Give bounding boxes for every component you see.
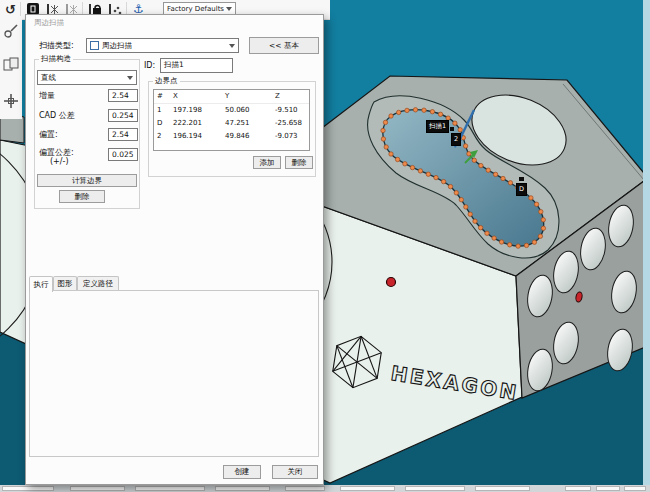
add-point-button[interactable]: 添加 [253, 156, 281, 169]
id-field[interactable]: 扫描1 [160, 58, 233, 73]
right-scroll-strip[interactable] [643, 0, 650, 485]
construct-delete-button[interactable]: 删除 [59, 190, 105, 203]
construct-method-dropdown[interactable]: 直线 [37, 70, 137, 85]
tab-graphics[interactable]: 图形 [53, 276, 77, 291]
red-marker-front [387, 278, 396, 287]
side-toolbar [0, 19, 22, 119]
basic-toggle-button[interactable]: << 基本 [249, 37, 319, 54]
scan-point-marker-d [519, 177, 524, 181]
offset-field[interactable]: 2.54 [108, 128, 138, 141]
cad-tolerance-label: CAD 公差 [39, 112, 75, 121]
cell: -9.510 [272, 104, 309, 117]
scan-type-value: 周边扫描 [102, 41, 132, 51]
calc-boundary-button[interactable]: 计算边界 [37, 174, 137, 187]
cell: D [154, 117, 170, 130]
offset-tolerance-sublabel: (+/-) [50, 158, 69, 167]
col-header: X [170, 90, 222, 103]
preset-dropdown-value: Factory Defaults [167, 5, 224, 13]
col-header: # [154, 90, 170, 103]
chevron-down-icon [226, 7, 232, 11]
cell: 222.201 [170, 117, 222, 130]
boundary-points-table: # X Y Z 1 197.198 50.060 -9.510 D 222.20… [153, 89, 310, 151]
tab-panel [29, 290, 319, 457]
scan-point-marker-1 [450, 127, 454, 131]
chevron-down-icon [229, 44, 235, 48]
dialog-title: 周边扫描 [34, 18, 64, 28]
chevron-down-icon [127, 76, 133, 80]
delete-point-button[interactable]: 删除 [285, 156, 313, 169]
scan-id-flag: 扫描1 [426, 120, 449, 133]
move-crosshair-icon[interactable] [2, 92, 20, 110]
increment-label: 增量 [39, 92, 55, 101]
cell: -25.658 [272, 117, 309, 130]
table-row[interactable]: 2 196.194 49.846 -9.073 [154, 130, 309, 143]
panes-icon[interactable] [2, 56, 20, 74]
boundary-points-title: 边界点 [153, 76, 180, 86]
construct-method-value: 直线 [41, 73, 56, 83]
table-header-row: # X Y Z [154, 90, 309, 104]
cell: 50.060 [222, 104, 272, 117]
scan-construct-title: 扫描构造 [39, 54, 73, 64]
increment-field[interactable]: 2.54 [108, 89, 138, 102]
cell: 1 [154, 104, 170, 117]
create-button[interactable]: 创建 [223, 465, 261, 479]
undo-icon[interactable] [2, 1, 19, 17]
scan-type-dropdown[interactable]: 周边扫描 [86, 38, 239, 53]
cell: 196.194 [170, 130, 222, 143]
app-window: HEXAGON 扫描1 2 D [0, 0, 650, 492]
status-bar [0, 485, 650, 492]
perimeter-scan-dialog: 周边扫描 扫描类型: 周边扫描 << 基本 扫描构造 直线 增量 2.54 CA… [25, 14, 324, 485]
cad-tolerance-field[interactable]: 0.254 [108, 109, 138, 122]
cell: -9.073 [272, 130, 309, 143]
offset-tolerance-field[interactable]: 0.025 [108, 148, 138, 161]
tab-execute[interactable]: 执行 [29, 276, 53, 292]
table-row[interactable]: 1 197.198 50.060 -9.510 [154, 104, 309, 117]
table-row[interactable]: D 222.201 47.251 -25.658 [154, 117, 309, 130]
probe-qualify-icon[interactable] [2, 22, 20, 40]
cell: 197.198 [170, 104, 222, 117]
perimeter-scan-icon [90, 41, 99, 50]
cell: 49.846 [222, 130, 272, 143]
point-flag-d: D [516, 183, 527, 196]
id-label: ID: [144, 62, 155, 71]
cell: 2 [154, 130, 170, 143]
col-header: Z [272, 90, 309, 103]
cell: 47.251 [222, 117, 272, 130]
offset-label: 偏置: [39, 131, 58, 140]
point-flag-2: 2 [451, 133, 461, 146]
tab-define-path[interactable]: 定义路径 [77, 276, 119, 291]
scan-type-label: 扫描类型: [39, 42, 74, 51]
close-button[interactable]: 关闭 [272, 465, 318, 479]
col-header: Y [222, 90, 272, 103]
